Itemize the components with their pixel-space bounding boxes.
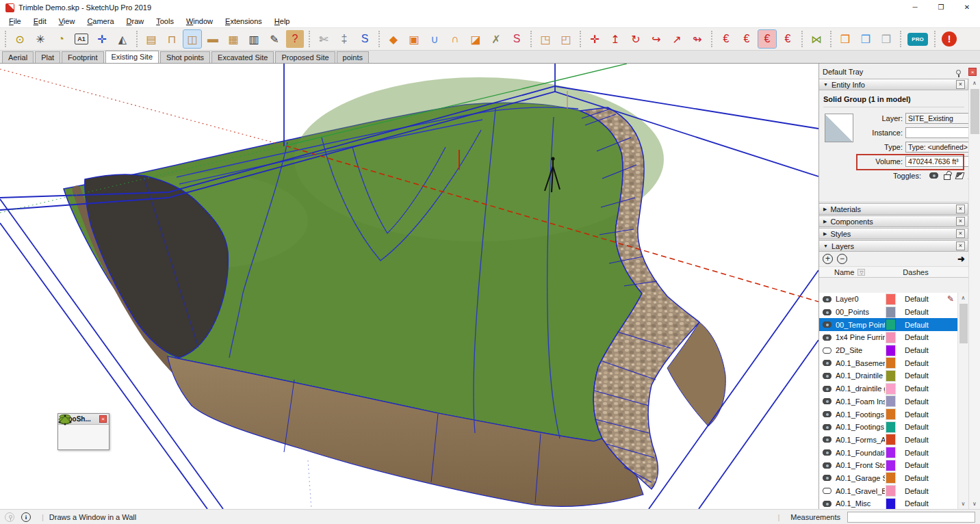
menu-extensions[interactable]: Extensions <box>219 16 268 26</box>
section-cut-icon[interactable]: ◰ <box>557 30 575 48</box>
rotate-icon[interactable]: ↻ <box>627 30 645 48</box>
menu-help[interactable]: Help <box>268 16 296 26</box>
layer-row[interactable]: A0.1_FootingsDefault <box>819 408 957 421</box>
pro-badge-icon[interactable]: PRO <box>907 33 928 46</box>
entity-info-header[interactable]: ▼ Entity Info × <box>819 79 968 90</box>
wall-tool-icon[interactable]: ▤ <box>142 30 160 48</box>
unlock-icon[interactable] <box>944 174 951 180</box>
menu-draw[interactable]: Draw <box>120 16 151 26</box>
layer-dashes-value[interactable]: Default <box>905 333 929 341</box>
info-icon[interactable]: i <box>21 512 31 522</box>
close-section-button[interactable]: × <box>956 80 965 89</box>
scroll-up-icon[interactable]: ∧ <box>972 78 977 88</box>
scroll-down-icon[interactable]: ∨ <box>972 499 977 509</box>
layer-color-swatch[interactable] <box>886 345 895 356</box>
layer-color-swatch[interactable] <box>886 371 895 381</box>
close-section-button[interactable]: × <box>956 241 965 250</box>
mirror-tool-icon[interactable]: ⋈ <box>808 30 825 48</box>
layer-color-swatch[interactable] <box>886 422 895 432</box>
schedule-list-icon[interactable]: ▥ <box>245 30 263 48</box>
curve-edit-icon[interactable]: S <box>508 30 526 48</box>
layer-row[interactable]: A0.1_MiscDefault <box>819 497 957 509</box>
scroll-down-icon[interactable]: ∨ <box>962 499 966 509</box>
layer-color-swatch[interactable] <box>886 319 895 330</box>
viewport[interactable]: TopoSh... × <box>0 64 818 509</box>
scroll-up-icon[interactable]: ∧ <box>962 293 966 303</box>
layer-color-swatch[interactable] <box>886 434 895 445</box>
minimize-button[interactable]: ─ <box>902 0 928 15</box>
scene-tab-existing-site[interactable]: Existing Site <box>105 51 159 63</box>
visible-eye-icon[interactable] <box>823 436 831 443</box>
styles-header[interactable]: ▶ Styles × <box>819 228 968 239</box>
eyedropper-icon[interactable]: ✎ <box>266 30 283 48</box>
restore-button[interactable]: ❐ <box>928 0 954 15</box>
close-section-button[interactable]: × <box>956 217 965 226</box>
window-tool-icon[interactable]: ◫ <box>183 30 201 48</box>
layer-row[interactable]: A0.1_draintile gDefault <box>819 382 957 395</box>
unwrap-box-blue-icon[interactable]: ❒ <box>857 30 875 48</box>
remove-layer-button[interactable]: − <box>837 254 847 264</box>
dashes-column-header[interactable]: Dashes <box>903 268 928 276</box>
layer-row[interactable]: A0.1_Gravel_BDefault <box>819 484 957 497</box>
profile-dimension-icon[interactable]: € <box>738 30 756 48</box>
pin-icon[interactable] <box>956 70 961 75</box>
geolocation-icon[interactable] <box>5 512 14 522</box>
scene-tab-proposed-site[interactable]: Proposed Site <box>275 51 335 63</box>
visible-eye-icon[interactable] <box>823 360 831 366</box>
layer-dashes-value[interactable]: Default <box>905 295 929 303</box>
layers-header[interactable]: ▼ Layers × <box>819 240 968 252</box>
door-tool-icon[interactable]: ⊓ <box>163 30 181 48</box>
layer-row[interactable]: A0.1_Front StoDefault <box>819 459 957 472</box>
layer-color-swatch[interactable] <box>886 396 895 406</box>
outer-shell-icon[interactable]: ◆ <box>385 30 402 48</box>
visible-eye-icon[interactable] <box>823 501 831 507</box>
scene-tab-plat[interactable]: Plat <box>35 51 60 63</box>
name-column-header[interactable]: Name <box>834 268 854 276</box>
toposhaper-palette[interactable]: TopoSh... × <box>57 413 109 450</box>
section-plane-icon[interactable]: ◳ <box>537 30 554 48</box>
layer-dashes-value[interactable]: Default <box>905 321 929 329</box>
layer-dashes-value[interactable]: Default <box>905 436 929 444</box>
help-door-icon[interactable]: ? <box>286 30 304 48</box>
scrollbar-thumb[interactable] <box>959 304 968 343</box>
split-tool-icon[interactable]: ✗ <box>487 30 505 48</box>
unwrap-box-gray-icon[interactable]: ❒ <box>877 30 895 48</box>
layer-dashes-value[interactable]: Default <box>905 308 929 316</box>
solid-intersect-icon[interactable]: ∩ <box>446 30 464 48</box>
scene-tab-excavated-site[interactable]: Excavated Site <box>211 51 274 63</box>
layer-dashes-value[interactable]: Default <box>905 449 929 457</box>
close-button[interactable]: ✕ <box>954 0 980 15</box>
layer-dashes-value[interactable]: Default <box>905 474 929 482</box>
menu-edit[interactable]: Edit <box>27 16 53 26</box>
layer-row[interactable]: A0.1_BasemenDefault <box>819 356 957 369</box>
tray-close-icon[interactable]: × <box>968 68 977 76</box>
layer-dashes-value[interactable]: Default <box>905 346 929 354</box>
instance-field[interactable] <box>905 127 977 138</box>
text-label-icon[interactable]: A1 <box>75 34 88 44</box>
layer-dropdown[interactable]: SITE_Existing ⌄ <box>905 113 977 124</box>
follow-me-icon[interactable]: ↪ <box>647 30 665 48</box>
toposhaper-from-mesh-button[interactable] <box>84 428 102 446</box>
protractor-icon[interactable]: ◔ <box>52 30 70 48</box>
layer-row[interactable]: A0.1_Forms_ADefault <box>819 434 957 447</box>
close-icon[interactable]: × <box>99 415 107 423</box>
lattice-tool-icon[interactable]: ▦ <box>224 30 242 48</box>
layer-dashes-value[interactable]: Default <box>905 384 929 393</box>
tray-scrollbar[interactable]: ∧ ∨ <box>968 78 980 509</box>
layer-dashes-value[interactable]: Default <box>905 397 929 406</box>
knife-tool-icon[interactable]: ✄ <box>315 30 333 48</box>
menu-window[interactable]: Window <box>180 16 219 26</box>
toposhaper-from-contours-button[interactable] <box>61 428 79 446</box>
visible-eye-icon[interactable] <box>823 373 831 379</box>
details-menu-icon[interactable]: ➜ <box>957 254 965 264</box>
visible-eye-icon[interactable] <box>823 309 831 315</box>
layer-row[interactable]: 00_PointsDefault <box>819 306 957 319</box>
scene-tab-footprint[interactable]: Footprint <box>62 51 103 63</box>
beam-tool-icon[interactable]: ▬ <box>204 30 222 48</box>
menu-tools[interactable]: Tools <box>150 16 180 26</box>
warning-icon[interactable]: ! <box>942 31 957 47</box>
layer-color-swatch[interactable] <box>886 473 895 483</box>
materials-header[interactable]: ▶ Materials × <box>819 203 968 215</box>
menu-camera[interactable]: Camera <box>81 16 120 26</box>
layer-row[interactable]: A0.1_Foam InsDefault <box>819 395 957 408</box>
